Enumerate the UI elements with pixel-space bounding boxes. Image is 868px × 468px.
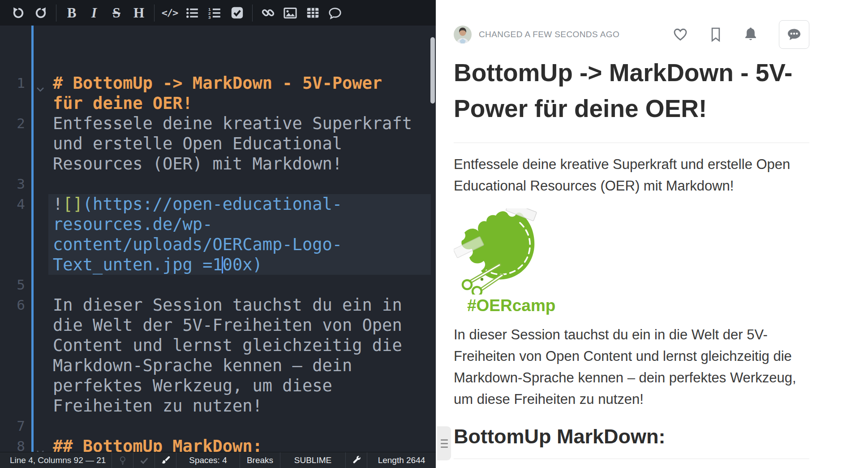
author-avatar[interactable] bbox=[454, 26, 472, 43]
toolbar-divider bbox=[154, 4, 155, 22]
code-token: Entfessele deine kreative Superkraft bbox=[53, 114, 412, 133]
redo-icon[interactable] bbox=[30, 3, 52, 23]
task-checkbox-icon[interactable] bbox=[226, 3, 248, 23]
code-token: für deine OER! bbox=[53, 94, 193, 113]
code-token: und erstelle Open Educational bbox=[53, 134, 342, 153]
code-row[interactable]: ​ bbox=[53, 275, 431, 295]
code-row[interactable]: Freiheiten zu nutzen! bbox=[53, 396, 431, 416]
code-line[interactable]: 5​ bbox=[53, 275, 431, 295]
code-token: Markdown-Sprache kennen – dein bbox=[53, 356, 352, 375]
lightbulb-icon[interactable] bbox=[112, 452, 133, 468]
wrench-icon[interactable] bbox=[346, 452, 367, 468]
code-row[interactable]: resources.de/wp- bbox=[53, 214, 431, 234]
code-token: ## BottomUp MarkDown: bbox=[53, 437, 262, 452]
code-token: ! bbox=[53, 195, 63, 214]
code-editor[interactable]: 1# BottomUp -> MarkDown - 5V-Powerfür de… bbox=[0, 26, 436, 452]
line-number: 5 bbox=[0, 275, 25, 295]
code-row[interactable]: perfektes Werkzeug, um diese bbox=[53, 376, 431, 396]
hamburger-icon bbox=[441, 443, 448, 444]
preview-content: CHANGED A FEW SECONDS AGO bbox=[454, 0, 809, 459]
code-token: 00x) bbox=[223, 255, 262, 274]
editor-pane: B I S H </> 123 bbox=[0, 0, 436, 468]
comments-button[interactable] bbox=[779, 20, 809, 49]
editor-toolbar: B I S H </> 123 bbox=[0, 0, 436, 26]
code-line[interactable]: 8## BottomUp MarkDown: bbox=[53, 436, 431, 452]
code-row[interactable]: Text_unten.jpg =100x) bbox=[53, 255, 431, 275]
strikethrough-icon[interactable]: S bbox=[105, 3, 128, 23]
code-line[interactable]: 3​ bbox=[53, 174, 431, 194]
keymap-status[interactable]: SUBLIME bbox=[280, 452, 346, 468]
ordered-list-icon[interactable]: 123 bbox=[203, 3, 226, 23]
code-token: Content und lernst gleichzeitig die bbox=[53, 336, 402, 355]
heart-icon[interactable] bbox=[672, 27, 688, 42]
bold-icon[interactable]: B bbox=[60, 3, 83, 23]
toc-toggle-handle[interactable] bbox=[437, 426, 451, 460]
italic-icon[interactable]: I bbox=[83, 3, 105, 23]
document-title: BottomUp -> MarkDown - 5V-Power für dein… bbox=[454, 55, 809, 126]
code-line[interactable]: 2Entfessele deine kreative Superkraftund… bbox=[53, 113, 431, 174]
code-row[interactable]: In dieser Session tauchst du ein in bbox=[53, 295, 431, 315]
code-row[interactable]: ![](https://open-educational- bbox=[53, 194, 431, 214]
oercamp-flame-graphic bbox=[454, 208, 543, 295]
table-icon[interactable] bbox=[301, 3, 324, 23]
toolbar-divider bbox=[252, 4, 253, 22]
image-icon[interactable] bbox=[279, 3, 301, 23]
toolbar-divider bbox=[56, 4, 56, 22]
code-row[interactable]: # BottomUp -> MarkDown - 5V-Power bbox=[53, 73, 431, 93]
fold-chevron-icon[interactable] bbox=[35, 441, 45, 452]
code-row[interactable]: content/uploads/OERCamp-Logo- bbox=[53, 234, 431, 255]
code-line[interactable]: 1# BottomUp -> MarkDown - 5V-Powerfür de… bbox=[53, 73, 431, 113]
code-row[interactable]: und erstelle Open Educational bbox=[53, 134, 431, 154]
editor-scrollbar[interactable] bbox=[430, 37, 435, 104]
code-line[interactable]: 6In dieser Session tauchst du ein indie … bbox=[53, 295, 431, 416]
oercamp-logo-text: #OERcamp bbox=[467, 296, 809, 315]
code-row[interactable]: die Welt der 5V-Freiheiten von Open bbox=[53, 315, 431, 335]
theme-brush-icon[interactable] bbox=[155, 452, 176, 468]
comment-icon[interactable] bbox=[324, 3, 346, 23]
link-icon[interactable] bbox=[257, 3, 279, 23]
line-number: 8 bbox=[0, 436, 25, 452]
bookmark-icon[interactable] bbox=[709, 27, 722, 42]
code-token: In dieser Session tauchst du ein in bbox=[53, 295, 402, 315]
app-window: B I S H </> 123 bbox=[0, 0, 868, 468]
code-row[interactable]: ​ bbox=[53, 416, 431, 436]
code-row[interactable]: für deine OER! bbox=[53, 93, 431, 113]
line-number: 2 bbox=[0, 113, 25, 134]
breaks-status[interactable]: Breaks bbox=[240, 452, 280, 468]
cursor-position-status: Line 4, Columns 92 — 21 bbox=[0, 452, 112, 468]
line-number: 7 bbox=[0, 416, 25, 436]
status-bar: Line 4, Columns 92 — 21 Spaces: 4 Breaks… bbox=[0, 452, 436, 468]
code-row[interactable]: Markdown-Sprache kennen – dein bbox=[53, 355, 431, 376]
line-number: 6 bbox=[0, 295, 25, 315]
line-number: 4 bbox=[0, 194, 25, 214]
hamburger-icon bbox=[441, 446, 448, 448]
preview-pane: CHANGED A FEW SECONDS AGO bbox=[436, 0, 868, 468]
document-header: CHANGED A FEW SECONDS AGO bbox=[454, 19, 809, 49]
heading-icon[interactable]: H bbox=[128, 3, 150, 23]
code-lines: 1# BottomUp -> MarkDown - 5V-Powerfür de… bbox=[53, 73, 431, 452]
code-token: [] bbox=[63, 195, 83, 214]
line-number: 1 bbox=[0, 73, 25, 93]
oercamp-logo-image: #OERcamp bbox=[454, 208, 809, 315]
code-line[interactable]: 4![](https://open-educational-resources.… bbox=[53, 194, 431, 275]
code-icon[interactable]: </> bbox=[159, 3, 181, 23]
code-row[interactable]: Resources (OER) mit Markdown! bbox=[53, 154, 431, 174]
code-line[interactable]: 7​ bbox=[53, 416, 431, 436]
code-row[interactable]: ​ bbox=[53, 174, 431, 194]
header-icons bbox=[672, 20, 809, 49]
fold-chevron-icon[interactable] bbox=[35, 78, 45, 98]
code-token: die Welt der 5V-Freiheiten von Open bbox=[53, 316, 402, 335]
section-heading: BottomUp MarkDown: bbox=[454, 424, 809, 450]
check-icon[interactable] bbox=[133, 452, 155, 468]
code-row[interactable]: ## BottomUp MarkDown: bbox=[53, 436, 431, 452]
code-row[interactable]: Entfessele deine kreative Superkraft bbox=[53, 113, 431, 134]
spaces-status[interactable]: Spaces: 4 bbox=[176, 452, 240, 468]
code-token: Text_unten.jpg =1 bbox=[53, 255, 223, 274]
code-row[interactable]: Content und lernst gleichzeitig die bbox=[53, 335, 431, 355]
undo-icon[interactable] bbox=[7, 3, 30, 23]
comment-bubble-icon bbox=[786, 26, 803, 43]
unordered-list-icon[interactable] bbox=[181, 3, 203, 23]
code-token: Freiheiten zu nutzen! bbox=[53, 396, 262, 416]
bell-icon[interactable] bbox=[743, 26, 758, 43]
session-paragraph: In dieser Session tauchst du ein in die … bbox=[454, 324, 809, 410]
